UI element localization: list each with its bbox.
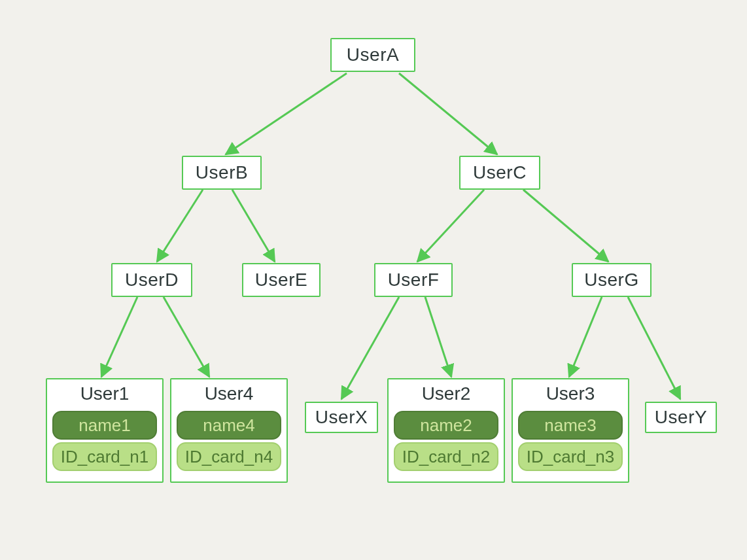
leaf-user3-name: name3	[518, 411, 623, 440]
node-user-f: UserF	[374, 263, 453, 297]
leaf-user2-idcard: ID_card_n2	[394, 442, 498, 471]
leaf-user4-name: name4	[177, 411, 281, 440]
leaf-user1-name: name1	[52, 411, 157, 440]
leaf-user4-title: User4	[205, 383, 254, 404]
edge-c-g	[523, 190, 608, 262]
node-user-c: UserC	[459, 156, 540, 190]
leaf-user3: User3 name3 ID_card_n3	[512, 378, 629, 483]
leaf-user3-title: User3	[546, 383, 595, 404]
node-user-x: UserX	[305, 402, 378, 433]
leaf-user2-name: name2	[394, 411, 498, 440]
leaf-user4-idcard: ID_card_n4	[177, 442, 281, 471]
leaf-user2: User2 name2 ID_card_n2	[387, 378, 505, 483]
node-user-g: UserG	[572, 263, 651, 297]
edge-d-user4	[164, 297, 209, 377]
edge-a-b	[226, 73, 347, 154]
leaf-user3-idcard: ID_card_n3	[518, 442, 623, 471]
node-user-y: UserY	[645, 402, 717, 433]
tree-diagram: UserA UserB UserC UserD UserE UserF User…	[0, 0, 747, 560]
leaf-user4: User4 name4 ID_card_n4	[170, 378, 288, 483]
edge-f-user2	[425, 297, 451, 377]
edge-a-c	[399, 73, 497, 154]
edge-b-e	[232, 190, 275, 262]
edge-g-usery	[628, 297, 680, 399]
edge-b-d	[157, 190, 203, 262]
node-user-b: UserB	[182, 156, 262, 190]
node-user-a: UserA	[330, 38, 415, 72]
leaf-user2-title: User2	[422, 383, 471, 404]
node-user-d: UserD	[111, 263, 192, 297]
edge-d-user1	[101, 297, 137, 377]
leaf-user1-idcard: ID_card_n1	[52, 442, 157, 471]
edge-g-user3	[569, 297, 602, 377]
leaf-user1-title: User1	[80, 383, 130, 404]
leaf-user1: User1 name1 ID_card_n1	[46, 378, 164, 483]
edge-c-f	[417, 190, 484, 262]
node-user-e: UserE	[242, 263, 321, 297]
